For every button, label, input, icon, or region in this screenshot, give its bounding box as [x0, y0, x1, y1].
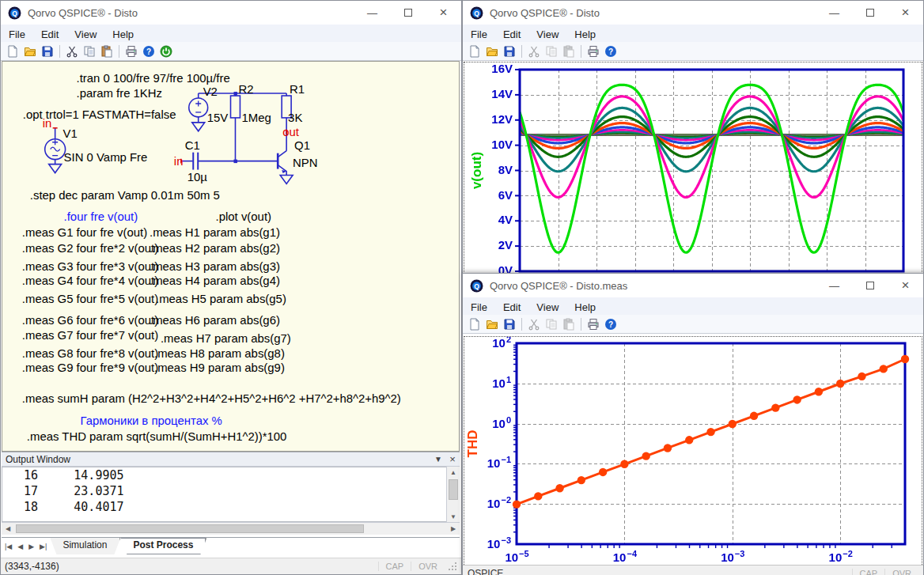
- copy-icon[interactable]: [81, 44, 98, 59]
- menu-file[interactable]: File: [463, 299, 495, 316]
- close-button[interactable]: ×: [426, 1, 461, 25]
- svg-text:.meas THD param sqrt(sumH/(Sum: .meas THD param sqrt(sumH/(SumH+H1^2))*1…: [27, 429, 287, 443]
- minimize-button[interactable]: —: [816, 274, 852, 297]
- scroll-right-icon[interactable]: ▶: [447, 523, 460, 535]
- cursor-coordinates: (3343,-4136): [5, 561, 59, 572]
- print-icon[interactable]: [585, 316, 602, 332]
- toolbar-separator: [521, 318, 522, 331]
- menu-edit[interactable]: Edit: [33, 26, 66, 43]
- minimize-button[interactable]: —: [816, 1, 852, 25]
- svg-text:?: ?: [608, 320, 613, 329]
- print-icon[interactable]: [123, 44, 140, 59]
- minimize-button[interactable]: —: [354, 1, 390, 25]
- scroll-up-icon[interactable]: ▲: [447, 467, 460, 478]
- schematic-labels: .tran 0 100/fre 97/fre 100µ/fre.param fr…: [22, 71, 401, 443]
- output-vertical-scrollbar[interactable]: ▲ ▼: [446, 467, 460, 522]
- tab-simulation[interactable]: Simulation: [50, 538, 120, 554]
- overwrite-indicator: OVR: [411, 562, 445, 571]
- output-close-icon[interactable]: ×: [445, 453, 460, 465]
- copy-icon: [543, 316, 560, 332]
- open-file-icon[interactable]: [21, 44, 39, 59]
- first-tab-icon[interactable]: |◀: [5, 543, 12, 550]
- maximize-button[interactable]: [390, 1, 426, 25]
- titlebar[interactable]: Q Qorvo QSPICE® - Disto — ×: [1, 1, 461, 25]
- svg-text:in: in: [43, 116, 52, 130]
- help-icon[interactable]: ?: [140, 44, 157, 59]
- run-icon[interactable]: [157, 44, 175, 59]
- save-file-icon[interactable]: [39, 44, 56, 59]
- menu-help[interactable]: Help: [566, 26, 604, 43]
- titlebar[interactable]: Q Qorvo QSPICE® - Disto — ×: [463, 1, 923, 25]
- svg-text:R2: R2: [238, 82, 253, 96]
- prev-tab-icon[interactable]: ◀: [17, 543, 23, 550]
- svg-text:.meas G1 four fre v(out): .meas G1 four fre v(out): [22, 225, 147, 239]
- help-icon[interactable]: ?: [602, 316, 619, 332]
- cut-icon: [525, 316, 543, 332]
- svg-text:?: ?: [146, 47, 151, 56]
- menu-edit[interactable]: Edit: [495, 299, 528, 316]
- last-tab-icon[interactable]: ▶|: [40, 543, 47, 550]
- scrollbar-thumb[interactable]: [449, 479, 458, 500]
- close-button[interactable]: ×: [888, 1, 923, 25]
- print-icon[interactable]: [585, 44, 602, 59]
- menu-view[interactable]: View: [66, 26, 104, 43]
- output-window-body[interactable]: 16 14.9905 17 23.0371 18 40.4017: [2, 467, 460, 522]
- next-tab-icon[interactable]: ▶: [28, 543, 34, 550]
- svg-text:NPN: NPN: [293, 156, 317, 169]
- svg-text:.meas H7 param abs(g7): .meas H7 param abs(g7): [161, 331, 291, 345]
- resize-grip[interactable]: [448, 562, 457, 571]
- scroll-down-icon[interactable]: ▼: [447, 511, 460, 522]
- svg-text:.meas H6 param abs(g6): .meas H6 param abs(g6): [150, 313, 280, 327]
- help-icon[interactable]: ?: [602, 44, 619, 59]
- output-window-header[interactable]: Output Window ▼ ×: [2, 452, 460, 467]
- menu-file[interactable]: File: [1, 26, 33, 43]
- titlebar[interactable]: Q Qorvo QSPICE® - Disto.meas — ×: [463, 274, 923, 297]
- menu-help[interactable]: Help: [104, 26, 142, 43]
- copy-icon: [543, 44, 560, 59]
- scrollbar-thumb[interactable]: [16, 524, 364, 533]
- output-row: 16 14.9905: [2, 467, 459, 483]
- svg-text:.meas sumH param (H2^2+H3^2+H4: .meas sumH param (H2^2+H3^2+H4^2+H5^2+H6…: [22, 392, 401, 405]
- scroll-left-icon[interactable]: ◀: [2, 523, 14, 535]
- thd-plot[interactable]: [464, 337, 922, 566]
- menu-file[interactable]: File: [463, 26, 495, 43]
- svg-text:.meas H9 param abs(g9): .meas H9 param abs(g9): [154, 361, 285, 374]
- tab-post-process[interactable]: Post Process: [120, 538, 206, 554]
- svg-text:Гармоники в процентах %: Гармоники в процентах %: [80, 414, 222, 427]
- new-file-icon[interactable]: [466, 44, 483, 59]
- status-left-text: QSPICE: [468, 568, 503, 575]
- close-button[interactable]: ×: [888, 274, 923, 297]
- svg-text:R1: R1: [290, 82, 305, 96]
- svg-text:.plot v(out): .plot v(out): [216, 210, 271, 223]
- output-dropdown-icon[interactable]: ▼: [431, 455, 445, 463]
- menu-help[interactable]: Help: [566, 299, 604, 316]
- output-row: 17 23.0371: [2, 483, 459, 499]
- menu-edit[interactable]: Edit: [495, 26, 528, 43]
- new-file-icon[interactable]: [466, 316, 483, 332]
- menu-view[interactable]: View: [528, 26, 566, 43]
- open-file-icon[interactable]: [483, 316, 501, 332]
- svg-text:.meas G5 four fre*5 v(out): .meas G5 four fre*5 v(out): [22, 292, 158, 305]
- svg-text:SIN 0 Vamp Fre: SIN 0 Vamp Fre: [64, 150, 148, 164]
- waveform-plot[interactable]: [464, 62, 922, 274]
- menu-view[interactable]: View: [528, 299, 566, 316]
- paste-icon: [560, 44, 578, 59]
- schematic-canvas[interactable]: .tran 0 100/fre 97/fre 100µ/fre.param fr…: [2, 61, 460, 452]
- maximize-button[interactable]: [852, 1, 888, 25]
- meas-window: Q Qorvo QSPICE® - Disto.meas — × File Ed…: [462, 273, 924, 575]
- qspice-app-icon: Q: [470, 279, 483, 293]
- svg-text:.meas G9 four fre*9 v(out): .meas G9 four fre*9 v(out): [22, 361, 158, 374]
- save-file-icon[interactable]: [501, 316, 518, 332]
- svg-text:.meas G2 four fre*2 v(out): .meas G2 four fre*2 v(out): [22, 241, 158, 255]
- maximize-button[interactable]: [852, 274, 888, 297]
- save-file-icon[interactable]: [501, 44, 518, 59]
- output-row: 18 40.4017: [2, 499, 459, 515]
- sheet-tabstrip: |◀ ◀ ▶ ▶| Simulation Post Process: [2, 537, 460, 558]
- svg-text:.meas G4 four fre*4 v(out): .meas G4 four fre*4 v(out): [22, 274, 158, 287]
- paste-icon[interactable]: [98, 44, 116, 59]
- open-file-icon[interactable]: [483, 44, 501, 59]
- cut-icon[interactable]: [63, 44, 81, 59]
- new-file-icon[interactable]: [4, 44, 21, 59]
- schematic-window: Q Qorvo QSPICE® - Disto — × File Edit Vi…: [0, 0, 462, 575]
- output-horizontal-scrollbar[interactable]: ◀ ▶: [2, 522, 460, 535]
